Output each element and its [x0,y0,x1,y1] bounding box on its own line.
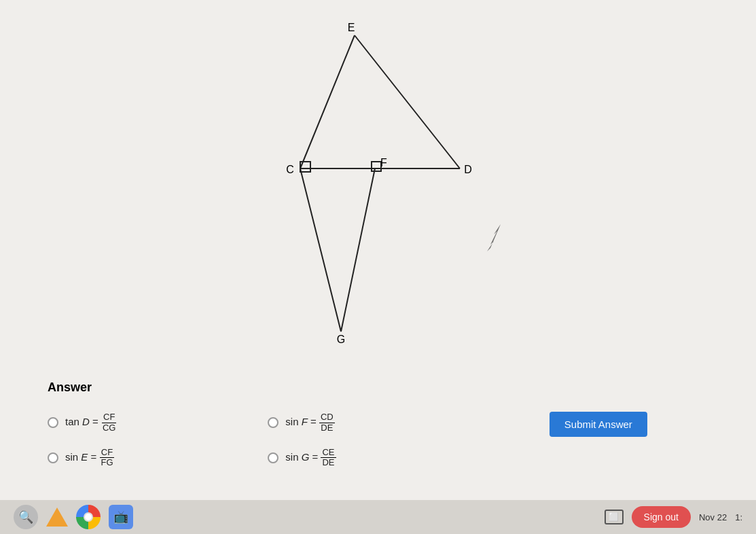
answer-label: Answer [48,380,708,395]
answer-section: Answer tan D = CFCG sin F = CDDE Submit … [27,374,729,475]
geometry-diagram: E C F D G [236,20,521,360]
options-grid: tan D = CFCG sin F = CDDE Submit Answer … [48,408,708,468]
option-tan-d-text: tan D = CFCG [65,412,117,433]
option-tan-d[interactable]: tan D = CFCG [48,412,268,433]
svg-line-2 [355,35,460,168]
option-sin-f-text: sin F = CDDE [285,412,334,433]
svg-marker-7 [487,224,501,251]
svg-line-0 [300,35,355,168]
submit-answer-button[interactable]: Submit Answer [550,412,647,437]
svg-line-1 [300,168,341,332]
taskbar-time: Nov 22 [699,512,727,522]
vertex-F: F [380,157,387,168]
chrome-taskbar-icon[interactable] [76,505,101,529]
main-content: E C F D G Answer tan D = CFCG sin F [0,0,756,500]
vertex-E: E [347,22,355,33]
diagram-area: E C F D G [27,20,729,360]
search-taskbar-icon[interactable]: 🔍 [14,505,38,529]
screen-icon[interactable]: ⬜ [605,510,624,524]
radio-sin-e[interactable] [48,452,58,463]
radio-tan-d[interactable] [48,417,58,428]
vertex-C: C [286,164,294,175]
submit-container: Submit Answer [488,408,708,437]
taskbar-right: ⬜ Sign out Nov 22 1: [605,506,742,528]
option-sin-e-text: sin E = CFFG [65,448,115,468]
option-sin-g-text: sin G = CEDE [285,448,336,468]
vertex-G: G [336,334,344,345]
radio-sin-g[interactable] [268,452,278,463]
option-sin-f[interactable]: sin F = CDDE [268,412,488,433]
option-sin-g[interactable]: sin G = CEDE [268,448,488,468]
svg-line-4 [341,168,375,332]
sign-out-button[interactable]: Sign out [632,506,691,528]
taskbar: 🔍 📺 ⬜ Sign out Nov 22 1: [0,500,756,534]
radio-sin-f[interactable] [268,417,278,428]
triangle-taskbar-icon[interactable] [46,508,68,527]
tv-taskbar-icon[interactable]: 📺 [109,505,133,529]
taskbar-extra-time: 1: [735,512,742,522]
option-sin-e[interactable]: sin E = CFFG [48,448,268,468]
vertex-D: D [464,164,472,175]
svg-rect-6 [372,162,381,171]
